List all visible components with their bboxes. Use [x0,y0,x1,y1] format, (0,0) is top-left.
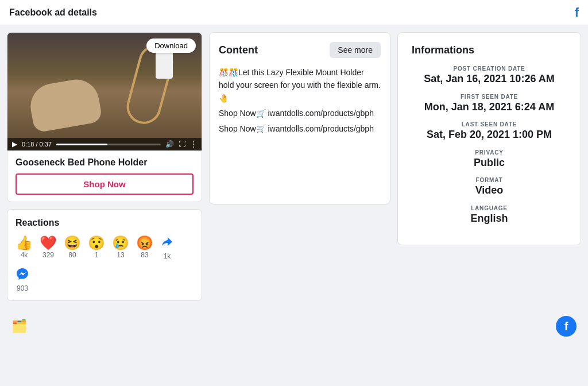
wow-emoji: 😯 [88,236,105,250]
page-title: Facebook ad details [9,7,97,18]
facebook-header-icon: f [575,5,579,20]
list-item: ❤️ 329 [40,236,57,259]
list-item: 😯 1 [88,236,105,259]
format-label: FORMAT [412,177,567,183]
reactions-card: Reactions 👍 4k ❤️ 329 😆 80 😯 1 [7,209,202,301]
fullscreen-icon[interactable]: ⛶ [179,140,185,148]
video-progress-fill [56,144,107,145]
last-seen-row: LAST SEEN DATE Sat, Feb 20, 2021 1:00 PM [412,121,567,141]
first-seen-value: Mon, Jan 18, 2021 6:24 AM [412,101,567,114]
left-column: Download ▶ 0:18 / 0:37 🔊 ⛶ ⋮ Gooseneck B… [7,32,202,301]
content-line-1: 🎊🎊Let this Lazy Flexible Mount Holder ho… [219,66,381,105]
format-row: FORMAT Video [412,177,567,197]
privacy-label: PRIVACY [412,149,567,156]
content-text: 🎊🎊Let this Lazy Flexible Mount Holder ho… [219,66,381,135]
list-item: 😆 80 [64,236,81,259]
content-title: Content [219,44,258,56]
privacy-row: PRIVACY Public [412,149,567,169]
heart-emoji: ❤️ [40,236,57,250]
last-seen-label: LAST SEEN DATE [412,121,567,128]
privacy-value: Public [412,157,567,169]
ad-card-body: Gooseneck Bed Phone Holder Shop Now [7,150,202,202]
post-creation-value: Sat, Jan 16, 2021 10:26 AM [412,73,567,86]
haha-emoji: 😆 [64,236,81,250]
content-line-2: Shop Now🛒 iwantdolls.com/products/gbph [219,107,381,119]
right-column: Informations POST CREATION DATE Sat, Jan… [397,32,581,301]
messenger-count: 903 [17,284,28,292]
heart-count: 329 [42,251,54,259]
info-title: Informations [412,44,567,56]
list-item: 1k [160,235,174,260]
language-label: LANGUAGE [412,205,567,211]
first-seen-row: FIRST SEEN DATE Mon, Jan 18, 2021 6:24 A… [412,94,567,114]
app-header: Facebook ad details f [0,0,588,25]
content-card-header: Content See more [219,42,381,58]
angry-count: 83 [141,251,148,259]
language-row: LANGUAGE English [412,205,567,225]
first-seen-label: FIRST SEEN DATE [412,94,567,100]
video-controls: ▶ 0:18 / 0:37 🔊 ⛶ ⋮ [7,138,202,150]
last-seen-value: Sat, Feb 20, 2021 1:00 PM [412,129,567,141]
reactions-row: 👍 4k ❤️ 329 😆 80 😯 1 😢 13 [16,235,194,292]
messenger-emoji [16,267,29,283]
volume-icon[interactable]: 🔊 [165,140,174,148]
more-options-icon[interactable]: ⋮ [190,140,197,148]
like-count: 4k [21,251,28,259]
download-button[interactable]: Download [146,38,196,53]
language-value: English [412,213,567,225]
list-item: 👍 4k [16,236,33,259]
list-item: 903 [16,267,29,292]
shop-now-button[interactable]: Shop Now [16,173,194,195]
post-creation-row: POST CREATION DATE Sat, Jan 16, 2021 10:… [412,65,567,86]
list-item: 😡 83 [136,236,153,259]
reactions-title: Reactions [16,218,194,228]
like-emoji: 👍 [16,236,33,250]
video-time: 0:18 / 0:37 [22,141,52,148]
content-line-3: Shop Now🛒 iwantdolls.com/products/gbph [219,122,381,135]
middle-column: Content See more 🎊🎊Let this Lazy Flexibl… [209,32,390,301]
list-item: 😢 13 [112,236,129,259]
page-footer: 🗂️ f [0,310,588,342]
wow-count: 1 [95,251,99,259]
share-count: 1k [164,252,171,260]
folder-icon[interactable]: 🗂️ [11,319,27,334]
video-progress-bar[interactable] [56,144,161,145]
angry-emoji: 😡 [136,236,153,250]
video-wrapper: Download ▶ 0:18 / 0:37 🔊 ⛶ ⋮ [7,33,202,150]
main-content: Download ▶ 0:18 / 0:37 🔊 ⛶ ⋮ Gooseneck B… [0,25,588,308]
haha-count: 80 [68,251,76,259]
product-title: Gooseneck Bed Phone Holder [16,157,194,168]
format-value: Video [412,184,567,197]
facebook-footer-icon[interactable]: f [556,316,577,337]
play-icon[interactable]: ▶ [12,140,17,148]
sad-emoji: 😢 [112,236,129,250]
see-more-button[interactable]: See more [330,42,381,58]
content-card: Content See more 🎊🎊Let this Lazy Flexibl… [209,32,390,204]
info-card: Informations POST CREATION DATE Sat, Jan… [397,32,581,245]
ad-card: Download ▶ 0:18 / 0:37 🔊 ⛶ ⋮ Gooseneck B… [7,32,202,202]
share-emoji [160,235,174,251]
post-creation-label: POST CREATION DATE [412,65,567,72]
sad-count: 13 [117,251,124,259]
